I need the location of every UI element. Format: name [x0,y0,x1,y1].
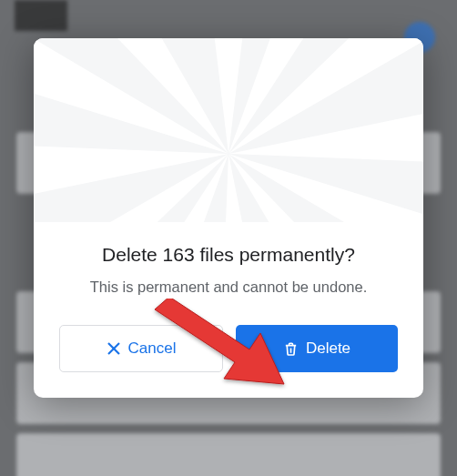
trash-icon [283,341,299,357]
dialog-actions: Cancel Delete [59,325,398,372]
dialog-message: This is permanent and cannot be undone. [59,279,398,296]
delete-button[interactable]: Delete [236,325,398,372]
sunburst-graphic [34,38,423,222]
dialog-illustration [34,38,423,222]
svg-marker-10 [34,38,228,154]
confirm-delete-dialog: Delete 163 files permanently? This is pe… [34,38,423,398]
cancel-button[interactable]: Cancel [59,325,223,372]
cancel-button-label: Cancel [128,339,177,358]
close-icon [107,341,121,356]
dialog-title: Delete 163 files permanently? [59,244,398,266]
dialog-body: Delete 163 files permanently? This is pe… [34,222,423,398]
delete-button-label: Delete [306,339,350,358]
